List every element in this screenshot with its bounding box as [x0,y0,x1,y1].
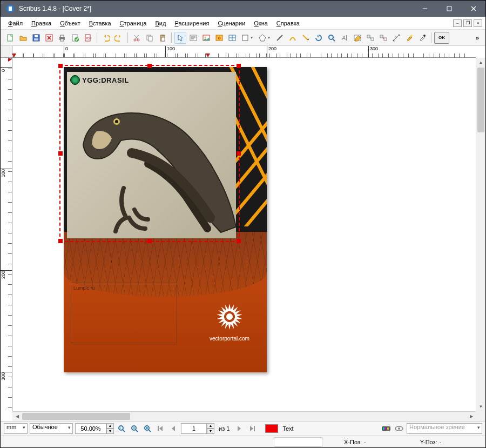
resize-handle-n[interactable] [147,64,152,68]
preflight-button[interactable] [69,32,81,44]
cut-button[interactable] [131,32,143,44]
maximize-button[interactable] [437,1,461,17]
menu-extras[interactable]: Расширения [170,18,213,28]
menu-edit[interactable]: Правка [27,18,56,28]
render-frame-button[interactable]: ⚙ [213,32,225,44]
menu-insert[interactable]: Вставка [85,18,116,28]
mdi-close-button[interactable]: × [474,19,482,27]
page-spin-up[interactable]: ▲ [207,423,214,429]
resize-handle-s[interactable] [147,239,152,243]
pdf-ok-button[interactable]: OK [434,32,449,44]
unlink-frames-button[interactable] [377,32,389,44]
mdi-minimize-button[interactable]: – [453,19,462,27]
ruler-v-tick: 200 [1,270,12,280]
scroll-left-button[interactable]: ◀ [12,412,22,421]
resize-handle-sw[interactable] [58,239,63,243]
view-mode-select[interactable]: Нормальное зрение [407,423,482,434]
scroll-up-button[interactable]: ▲ [476,58,485,67]
zoom-button[interactable] [326,32,338,44]
mdi-restore-button[interactable]: ❐ [463,19,472,27]
page-spin-down[interactable]: ▼ [207,429,214,434]
menu-view[interactable]: Вид [151,18,170,28]
measure-button[interactable] [390,32,402,44]
page-number-input[interactable] [181,423,207,434]
prev-page-button[interactable] [168,423,179,434]
last-page-button[interactable] [247,423,258,434]
text-frame[interactable]: Lumpic.ru [71,283,177,343]
close-button[interactable] [461,1,485,17]
vertical-scrollbar[interactable]: ▲ ▼ [476,58,485,411]
save-file-button[interactable] [30,32,42,44]
scroll-h-thumb[interactable] [22,413,130,420]
scroll-down-button[interactable]: ▼ [476,402,485,411]
next-page-button[interactable] [234,423,245,434]
shape-button[interactable] [239,32,251,44]
zoom-spin-down[interactable]: ▼ [106,429,114,434]
layer-color-swatch[interactable] [265,424,278,433]
polygon-button[interactable] [256,32,268,44]
preview-toggle-button[interactable] [394,423,404,434]
link-frames-button[interactable] [364,32,376,44]
zoom-spin-up[interactable]: ▲ [106,423,114,429]
toolbar-overflow-button[interactable]: » [473,35,482,41]
undo-button[interactable] [100,32,112,44]
ruler-origin[interactable] [1,46,12,58]
svg-rect-39 [242,35,248,41]
scroll-corner [476,411,485,421]
resize-handle-e[interactable] [237,151,241,156]
story-editor-button[interactable] [352,32,363,44]
eyedropper-button[interactable] [416,32,428,44]
open-file-button[interactable] [17,32,29,44]
menu-script[interactable]: Сценарии [213,18,249,28]
layer-select[interactable]: Обычное [30,423,73,434]
menu-windows[interactable]: Окна [249,18,272,28]
print-button[interactable] [56,32,68,44]
zoom-in-button[interactable] [142,423,153,434]
text-frame-button[interactable] [187,32,199,44]
ypos-label: Y-Поз: [420,439,437,445]
freehand-button[interactable] [300,32,312,44]
bezier-button[interactable] [287,32,299,44]
menu-object[interactable]: Объект [56,18,84,28]
edit-text-button[interactable]: A [339,32,350,44]
polygon-dropdown[interactable]: ▾ [268,35,272,40]
zoom-out-button[interactable] [129,423,140,434]
resize-handle-se[interactable] [237,239,241,243]
export-pdf-button[interactable]: PDF [82,32,94,44]
new-file-button[interactable] [4,32,16,44]
menu-file[interactable]: Файл [4,18,27,28]
svg-rect-48 [371,38,374,41]
shape-dropdown[interactable]: ▾ [251,35,255,40]
first-page-button[interactable] [155,423,166,434]
image-frame-button[interactable] [200,32,212,44]
table-button[interactable] [226,32,238,44]
horizontal-scrollbar[interactable]: ◀ ▶ [12,411,476,421]
zoom-100-button[interactable]: 1 [116,423,127,434]
scroll-v-thumb[interactable] [477,68,484,132]
document-page[interactable]: YGG:DRASIL vectorportal.com Lumpic.ru [64,67,267,372]
rotate-button[interactable] [313,32,325,44]
redo-button[interactable] [113,32,125,44]
svg-rect-7 [35,35,38,37]
canvas[interactable]: YGG:DRASIL vectorportal.com Lumpic.ru [12,58,476,411]
close-file-button[interactable] [43,32,55,44]
resize-handle-ne[interactable] [237,64,241,68]
copy-button[interactable] [144,32,156,44]
image-frame-selection[interactable] [59,65,240,242]
vertical-ruler[interactable]: 0 100 200 300 [1,58,12,411]
cms-toggle-button[interactable] [381,423,392,434]
menu-page[interactable]: Страница [116,18,151,28]
copy-props-button[interactable] [403,32,415,44]
menu-help[interactable]: Справка [272,18,304,28]
resize-handle-nw[interactable] [58,64,63,68]
line-button[interactable] [274,32,286,44]
scroll-right-button[interactable]: ▶ [467,412,476,421]
resize-handle-w[interactable] [58,151,63,156]
minimize-button[interactable] [413,1,437,17]
horizontal-ruler[interactable]: 0 100 200 300 [12,46,476,58]
zoom-input[interactable] [75,423,106,434]
svg-rect-14 [60,39,64,41]
select-tool-button[interactable] [174,32,186,44]
paste-button[interactable] [157,32,168,44]
unit-select[interactable]: mm [4,423,28,434]
